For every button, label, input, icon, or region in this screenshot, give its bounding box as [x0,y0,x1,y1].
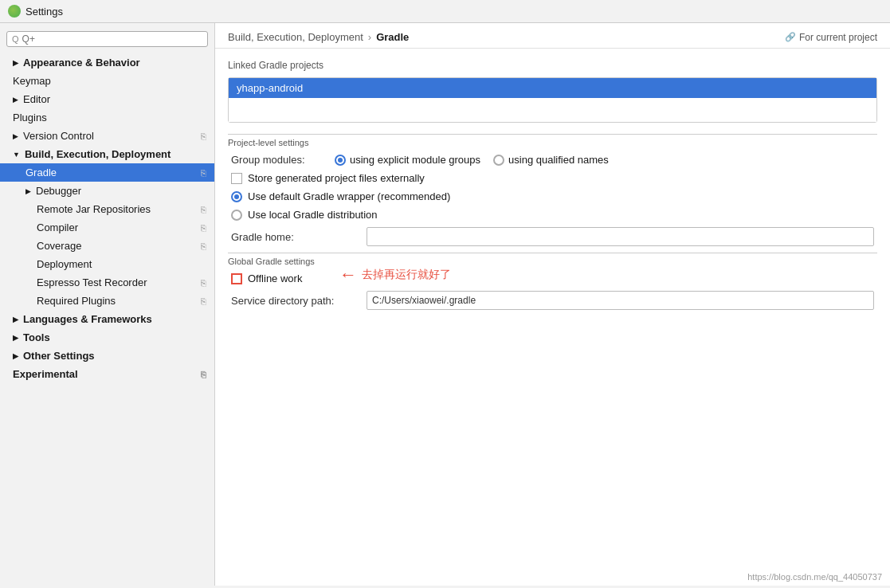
sidebar-label-other-settings: Other Settings [23,350,95,362]
sidebar-label-espresso: Espresso Test Recorder [37,276,147,288]
project-level-title: Project-level settings [228,134,877,147]
breadcrumb-arrow: › [368,31,371,43]
sidebar-item-languages[interactable]: ▶Languages & Frameworks [0,310,214,328]
offline-work-row: Offline work ← 去掉再运行就好了 [228,272,877,284]
sidebar-label-gradle: Gradle [25,167,57,178]
title-bar: Settings [0,0,890,23]
sidebar-item-compiler[interactable]: Compiler⎘ [0,218,214,237]
copy-icon-version-control: ⎘ [201,131,206,141]
sidebar-label-experimental: Experimental [13,368,78,380]
search-icon: Q [12,34,19,44]
triangle-icon-languages: ▶ [13,316,18,323]
sidebar-label-plugins: Plugins [13,112,47,123]
copy-icon-compiler: ⎘ [201,223,206,233]
sidebar-label-coverage: Coverage [37,240,81,252]
sidebar-label-remote-jar: Remote Jar Repositories [37,203,151,215]
radio-qualified[interactable]: using qualified names [493,154,609,166]
link-icon: 🔗 [785,32,796,42]
use-default-wrapper-row: Use default Gradle wrapper (recommended) [228,190,877,202]
store-generated-checkbox[interactable] [231,173,242,184]
use-local-gradle-row: Use local Gradle distribution [228,209,877,221]
sidebar-item-editor[interactable]: ▶Editor [0,90,214,108]
sidebar-item-keymap[interactable]: Keymap [0,72,214,90]
sidebar-item-espresso[interactable]: Espresso Test Recorder⎘ [0,273,214,292]
radio-qualified-label: using qualified names [508,154,609,166]
gradle-home-row: Gradle home: [228,227,877,246]
radio-explicit-btn[interactable] [335,155,346,166]
linked-project-empty [229,98,876,122]
radio-qualified-btn[interactable] [493,155,504,166]
linked-projects-list: yhapp-android [229,78,876,122]
sidebar-item-tools[interactable]: ▶Tools [0,328,214,347]
sidebar-label-languages: Languages & Frameworks [23,313,152,325]
triangle-icon-tools: ▶ [13,334,18,342]
use-local-gradle-radio[interactable] [231,210,242,221]
copy-icon-remote-jar: ⎘ [201,205,206,214]
content-panel: Build, Execution, Deployment › Gradle 🔗 … [215,23,890,586]
triangle-icon-version-control: ▶ [13,132,18,140]
triangle-icon-appearance: ▶ [13,59,18,67]
use-default-wrapper-radio[interactable] [231,191,242,202]
triangle-icon-editor: ▶ [13,96,18,104]
global-gradle-title: Global Gradle settings [228,253,877,266]
sidebar-label-debugger: Debugger [36,185,81,197]
sidebar-label-keymap: Keymap [13,75,51,87]
sidebar-item-required-plugins[interactable]: Required Plugins⎘ [0,292,214,310]
sidebar-label-tools: Tools [23,331,50,343]
copy-icon-coverage: ⎘ [201,241,206,251]
service-directory-row: Service directory path: [228,291,877,310]
sidebar-item-gradle[interactable]: Gradle⎘ [0,163,214,182]
radio-explicit[interactable]: using explicit module groups [335,154,480,166]
copy-icon-espresso: ⎘ [201,278,206,288]
app-icon [8,5,21,18]
sidebar: Q ▶Appearance & BehaviorKeymap▶EditorPlu… [0,23,215,586]
sidebar-items: ▶Appearance & BehaviorKeymap▶EditorPlugi… [0,53,214,383]
window-title: Settings [25,6,63,18]
store-generated-label: Store generated project files externally [248,172,425,184]
sidebar-label-appearance: Appearance & Behavior [23,57,140,69]
linked-project-item[interactable]: yhapp-android [229,78,876,98]
watermark: https://blog.csdn.me/qq_44050737 [747,572,882,582]
triangle-icon-other-settings: ▶ [13,352,18,360]
linked-projects-title: Linked Gradle projects [228,60,877,71]
breadcrumb-part2: Gradle [376,31,409,43]
gradle-home-input[interactable] [367,227,874,246]
linked-projects-box: yhapp-android [228,77,877,123]
sidebar-label-version-control: Version Control [23,130,94,142]
search-input[interactable] [22,33,202,45]
offline-work-label: Offline work [248,272,302,284]
use-default-wrapper-label: Use default Gradle wrapper (recommended) [248,190,450,202]
for-current-project[interactable]: 🔗 For current project [785,32,877,43]
offline-work-checkbox[interactable] [231,273,242,284]
sidebar-label-deployment: Deployment [37,258,92,270]
search-box[interactable]: Q [6,31,208,47]
annotation-text: 去掉再运行就好了 [362,268,451,282]
triangle-icon-build: ▼ [13,151,20,159]
breadcrumb-part1: Build, Execution, Deployment [228,31,363,43]
red-arrow-icon: ← [339,265,357,285]
sidebar-label-build: Build, Execution, Deployment [25,148,171,160]
content-body: Linked Gradle projects yhapp-android Pro… [215,49,890,327]
sidebar-item-version-control[interactable]: ▶Version Control⎘ [0,127,214,145]
copy-icon-required-plugins: ⎘ [201,296,206,306]
sidebar-item-deployment[interactable]: Deployment [0,255,214,273]
content-header: Build, Execution, Deployment › Gradle 🔗 … [215,23,890,49]
service-directory-input[interactable] [367,291,874,310]
copy-icon-experimental: ⎘ [201,370,206,379]
sidebar-item-debugger[interactable]: ▶Debugger [0,182,214,200]
sidebar-item-appearance[interactable]: ▶Appearance & Behavior [0,53,214,72]
sidebar-label-required-plugins: Required Plugins [37,295,116,307]
sidebar-item-remote-jar[interactable]: Remote Jar Repositories⎘ [0,200,214,218]
service-directory-label: Service directory path: [231,295,359,307]
sidebar-item-experimental[interactable]: Experimental⎘ [0,365,214,383]
annotation-wrap: ← 去掉再运行就好了 [339,265,451,285]
sidebar-label-compiler: Compiler [37,221,78,233]
sidebar-item-coverage[interactable]: Coverage⎘ [0,237,214,255]
main-layout: Q ▶Appearance & BehaviorKeymap▶EditorPlu… [0,23,890,586]
gradle-home-label: Gradle home: [231,231,359,243]
sidebar-item-plugins[interactable]: Plugins [0,108,214,127]
group-modules-label: Group modules: [231,154,335,166]
for-current-project-label: For current project [799,32,877,43]
sidebar-item-build[interactable]: ▼Build, Execution, Deployment [0,145,214,163]
sidebar-item-other-settings[interactable]: ▶Other Settings [0,347,214,365]
